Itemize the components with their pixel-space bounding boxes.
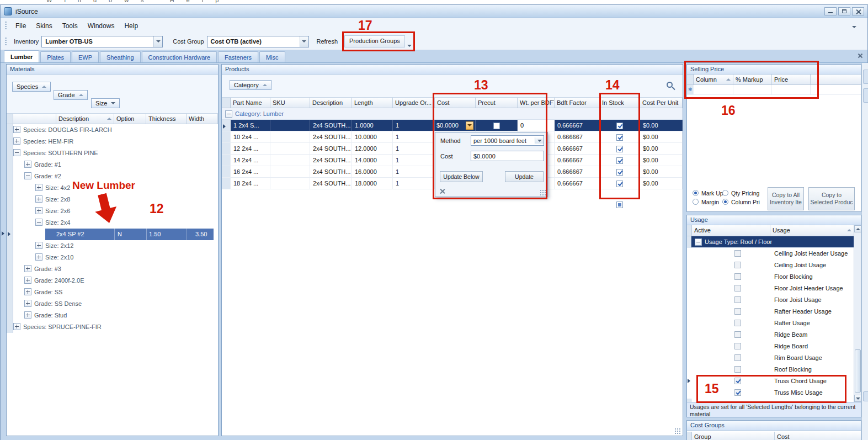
collapse-icon[interactable] bbox=[225, 110, 232, 118]
col-header-option[interactable]: Option bbox=[114, 114, 146, 124]
hidden-panel-tab[interactable] bbox=[863, 391, 868, 401]
cost-group-combo[interactable]: Cost OTB (active) bbox=[207, 36, 309, 47]
collapse-icon[interactable] bbox=[695, 238, 702, 246]
expand-icon[interactable] bbox=[13, 137, 20, 145]
col-header-width[interactable]: Width bbox=[187, 114, 218, 124]
usage-row[interactable]: Ridge Beam bbox=[687, 329, 861, 341]
expand-icon[interactable] bbox=[13, 126, 20, 133]
tab-sheathing[interactable]: Sheathing bbox=[100, 51, 141, 62]
menu-overflow-chevron-icon[interactable] bbox=[852, 26, 856, 28]
group-chip-size[interactable]: Size bbox=[91, 98, 120, 108]
collapse-icon[interactable] bbox=[24, 172, 31, 179]
expand-icon[interactable] bbox=[24, 265, 31, 272]
usage-row[interactable]: Floor Joist Usage bbox=[687, 294, 861, 306]
tree-group-row[interactable]: Size: 2x12 bbox=[7, 240, 218, 252]
dropdown-icon[interactable] bbox=[153, 36, 162, 47]
tree-group-row[interactable]: Species: SOUTHERN PINE bbox=[7, 147, 218, 159]
tab-misc[interactable]: Misc bbox=[259, 51, 285, 62]
menu-file[interactable]: File bbox=[10, 19, 31, 33]
active-checkbox[interactable] bbox=[734, 308, 741, 315]
active-checkbox[interactable] bbox=[734, 250, 741, 257]
active-checkbox[interactable] bbox=[734, 366, 741, 373]
copy-to-all-inventory-button[interactable]: Copy to All Inventory Ite bbox=[768, 187, 804, 210]
margin-radio[interactable] bbox=[693, 199, 699, 205]
tree-group-row[interactable]: Species: HEM-FIR bbox=[7, 136, 218, 147]
expand-icon[interactable] bbox=[24, 161, 31, 168]
active-checkbox[interactable] bbox=[734, 331, 741, 338]
menu-skins[interactable]: Skins bbox=[31, 19, 57, 33]
expand-icon[interactable] bbox=[35, 253, 42, 261]
in-stock-indeterminate-checkbox[interactable] bbox=[616, 202, 623, 208]
hidden-panel-tab[interactable] bbox=[863, 70, 868, 84]
inventory-combo[interactable]: Lumber OTB-US bbox=[41, 36, 163, 47]
active-checkbox[interactable] bbox=[734, 296, 741, 303]
col-header-upgrade-order[interactable]: Upgrade Or... bbox=[393, 98, 435, 108]
usage-row[interactable]: Floor Blocking bbox=[687, 271, 861, 283]
close-button[interactable] bbox=[852, 7, 864, 15]
col-header-usage[interactable]: Usage bbox=[770, 225, 854, 236]
panel-resize-grip[interactable] bbox=[674, 428, 680, 434]
usage-row[interactable]: Ridge Board bbox=[687, 341, 861, 352]
expand-icon[interactable] bbox=[24, 311, 31, 319]
dropdown-icon[interactable] bbox=[300, 36, 308, 47]
active-checkbox[interactable] bbox=[734, 320, 741, 326]
minimize-button[interactable] bbox=[824, 7, 837, 15]
maximize-button[interactable] bbox=[838, 7, 850, 15]
expand-icon[interactable] bbox=[35, 207, 42, 214]
mark-up-radio[interactable] bbox=[693, 190, 699, 196]
usage-group-row[interactable]: Usage Type: Roof / Floor bbox=[691, 236, 854, 248]
tab-ewp[interactable]: EWP bbox=[72, 51, 99, 62]
column-pricing-radio[interactable] bbox=[722, 199, 728, 205]
expand-icon[interactable] bbox=[24, 300, 31, 307]
collapse-icon[interactable] bbox=[13, 149, 20, 156]
expand-icon[interactable] bbox=[24, 277, 31, 284]
expand-icon[interactable] bbox=[24, 288, 31, 295]
group-chip-category[interactable]: Category bbox=[230, 80, 271, 90]
menu-windows[interactable]: Windows bbox=[83, 19, 120, 33]
usage-row[interactable]: Roof Blocking bbox=[687, 364, 861, 375]
tab-lumber[interactable]: Lumber bbox=[4, 50, 39, 62]
col-header-cost-per-unit[interactable]: Cost Per Unit bbox=[640, 98, 683, 108]
tree-group-row[interactable]: Species: DOUGLAS FIR-LARCH bbox=[7, 124, 218, 136]
active-checkbox[interactable] bbox=[734, 285, 741, 291]
col-header-cost[interactable]: Cost bbox=[775, 432, 861, 440]
tab-fasteners[interactable]: Fasteners bbox=[218, 51, 258, 62]
col-header-thickness[interactable]: Thickness bbox=[146, 114, 187, 124]
usage-row[interactable]: Ceiling Joist Usage bbox=[687, 259, 861, 271]
search-icon[interactable] bbox=[667, 82, 673, 88]
tree-group-row[interactable]: Grade: SS bbox=[7, 287, 218, 298]
active-checkbox[interactable] bbox=[734, 354, 741, 361]
collapse-icon[interactable] bbox=[35, 219, 42, 226]
scroll-down-icon[interactable] bbox=[854, 395, 861, 402]
menu-tools[interactable]: Tools bbox=[57, 19, 83, 33]
tree-group-row[interactable]: Species: SPRUCE-PINE-FIR bbox=[7, 321, 218, 333]
tree-group-row[interactable]: Grade: Stud bbox=[7, 310, 218, 321]
col-header-description[interactable]: Description bbox=[56, 114, 114, 124]
col-header-description[interactable]: Description bbox=[310, 98, 352, 108]
tab-construction-hardware[interactable]: Construction Hardware bbox=[142, 51, 217, 62]
close-tab-icon[interactable] bbox=[856, 52, 864, 60]
active-checkbox[interactable] bbox=[734, 343, 741, 349]
col-header-length[interactable]: Length bbox=[352, 98, 393, 108]
expand-icon[interactable] bbox=[35, 195, 42, 203]
usage-row[interactable]: Floor Joist Header Usage bbox=[687, 283, 861, 294]
scrollbar-thumb[interactable] bbox=[855, 349, 861, 393]
active-checkbox[interactable] bbox=[734, 262, 741, 268]
tree-group-row[interactable]: Size: 2x10 bbox=[7, 252, 218, 263]
col-header-active[interactable]: Active bbox=[692, 225, 770, 236]
scroll-up-icon[interactable] bbox=[854, 225, 861, 232]
refresh-button[interactable]: Refresh bbox=[312, 36, 343, 47]
col-header-sku[interactable]: SKU bbox=[270, 98, 310, 108]
expand-icon[interactable] bbox=[35, 184, 42, 191]
material-row-selected[interactable]: 2x4 SP #2 N 1.50 3.50 bbox=[45, 229, 214, 240]
tree-group-row[interactable]: Grade: #1 bbox=[7, 159, 218, 171]
copy-to-selected-products-button[interactable]: Copy to Selected Produc bbox=[808, 187, 855, 210]
qty-pricing-radio[interactable] bbox=[722, 190, 728, 196]
group-chip-species[interactable]: Species bbox=[12, 82, 51, 92]
active-checkbox[interactable] bbox=[734, 273, 741, 280]
tab-plates[interactable]: Plates bbox=[40, 51, 71, 62]
tree-group-row[interactable]: Grade: 2400f-2.0E bbox=[7, 275, 218, 287]
usage-row[interactable]: Ceiling Joist Header Usage bbox=[687, 248, 861, 259]
tree-group-row[interactable]: Grade: #3 bbox=[7, 263, 218, 275]
menu-help[interactable]: Help bbox=[119, 19, 143, 33]
